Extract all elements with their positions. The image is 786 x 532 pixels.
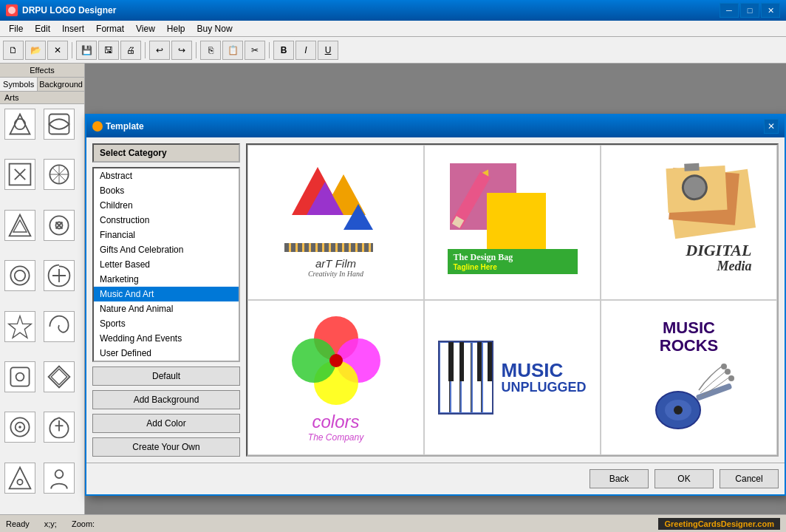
menu-edit[interactable]: Edit xyxy=(29,22,56,35)
menu-format[interactable]: Format xyxy=(90,22,130,35)
window-controls: ─ □ ✕ xyxy=(720,3,780,18)
symbol-10[interactable] xyxy=(44,311,75,342)
symbol-4[interactable] xyxy=(44,159,75,190)
template-design-bag[interactable]: The Design Bag Tagline Here xyxy=(424,145,601,300)
toolbar-print[interactable]: 🖨 xyxy=(120,41,141,60)
app-title: DRPU LOGO Designer xyxy=(22,5,116,16)
tab-symbols[interactable]: Symbols xyxy=(0,78,38,91)
toolbar-close[interactable]: ✕ xyxy=(47,41,68,60)
symbol-2[interactable] xyxy=(44,109,75,140)
toolbar-italic[interactable]: I xyxy=(295,41,316,60)
symbol-7[interactable] xyxy=(4,260,35,291)
category-sports[interactable]: Sports xyxy=(94,316,239,331)
panel-tabs: Symbols Background xyxy=(0,78,84,92)
tpl1-subtitle: Creativity In Hand xyxy=(308,270,363,278)
svg-marker-5 xyxy=(10,214,31,236)
cancel-button[interactable]: Cancel xyxy=(720,469,779,488)
toolbar-undo[interactable]: ↩ xyxy=(149,41,170,60)
tpl3-subtitle: Media xyxy=(686,259,751,274)
symbol-15[interactable] xyxy=(4,463,35,494)
svg-point-18 xyxy=(17,479,22,484)
category-music[interactable]: Music And Art xyxy=(94,287,239,301)
toolbar-cut[interactable]: ✂ xyxy=(245,41,265,60)
close-button[interactable]: ✕ xyxy=(761,3,780,18)
toolbar-save2[interactable]: 🖫 xyxy=(98,41,119,60)
symbol-3[interactable] xyxy=(4,159,35,190)
app-icon xyxy=(6,4,18,16)
toolbar-open[interactable]: 📂 xyxy=(25,41,46,60)
symbols-grid xyxy=(0,104,84,514)
minimize-button[interactable]: ─ xyxy=(720,3,739,18)
symbol-8[interactable] xyxy=(44,260,75,291)
category-marketing[interactable]: Marketing xyxy=(94,272,239,287)
svg-point-22 xyxy=(674,406,683,415)
dialog-title: Template xyxy=(106,121,144,132)
toolbar-underline[interactable]: U xyxy=(318,41,338,60)
effects-label: Effects xyxy=(0,64,84,78)
template-colors[interactable]: colors The Company xyxy=(247,300,424,455)
category-wedding[interactable]: Wedding And Events xyxy=(94,331,239,346)
toolbar-paste[interactable]: 📋 xyxy=(222,41,243,60)
category-financial[interactable]: Financial xyxy=(94,228,239,242)
ok-button[interactable]: OK xyxy=(655,469,714,488)
category-books[interactable]: Books xyxy=(94,183,239,198)
category-abstract[interactable]: Abstract xyxy=(94,168,239,183)
toolbar-bold[interactable]: B xyxy=(273,41,294,60)
category-gifts[interactable]: Gifts And Celebration xyxy=(94,242,239,257)
status-xy: x;y; xyxy=(44,519,57,528)
default-button[interactable]: Default xyxy=(92,366,240,386)
category-children[interactable]: Children xyxy=(94,198,239,213)
tab-background[interactable]: Background xyxy=(38,78,84,91)
category-letter[interactable]: Letter Based xyxy=(94,257,239,272)
guitar-icon xyxy=(641,355,737,436)
symbol-13[interactable] xyxy=(4,412,35,443)
category-user-defined[interactable]: User Defined xyxy=(94,346,239,361)
tpl2-name: The Design Bag xyxy=(454,252,572,263)
tpl4-subtitle: The Company xyxy=(308,432,363,443)
menu-view[interactable]: View xyxy=(130,22,161,35)
toolbar-copy[interactable]: ⎘ xyxy=(200,41,221,60)
back-button[interactable]: Back xyxy=(590,469,649,488)
svg-rect-12 xyxy=(10,367,29,386)
maximize-button[interactable]: □ xyxy=(740,3,759,18)
template-music-unplugged[interactable]: MUSIC UNPLUGGED xyxy=(424,300,601,455)
svg-marker-11 xyxy=(9,316,32,338)
category-list[interactable]: Abstract Books Children Construction Fin… xyxy=(92,167,240,362)
dialog-footer: Back OK Cancel xyxy=(86,463,785,494)
create-your-own-button[interactable]: Create Your Own xyxy=(92,437,240,457)
symbol-11[interactable] xyxy=(4,361,35,392)
symbol-6[interactable] xyxy=(44,210,75,241)
menu-file[interactable]: File xyxy=(3,22,29,35)
template-digital-media[interactable]: DIGITAL Media xyxy=(601,145,777,300)
category-construction[interactable]: Construction xyxy=(94,213,239,228)
menu-buynow[interactable]: Buy Now xyxy=(191,22,239,35)
template-music-rocks[interactable]: MUSICROCKS xyxy=(601,300,777,455)
dialog-close-button[interactable]: ✕ xyxy=(764,119,779,134)
svg-point-16 xyxy=(18,426,21,429)
toolbar: 🗋 📂 ✕ 💾 🖫 🖨 ↩ ↪ ⎘ 📋 ✂ B I U xyxy=(0,37,786,64)
add-background-button[interactable]: Add Background xyxy=(92,390,240,409)
tpl4-name: colors xyxy=(312,412,359,432)
dialog-left-panel: Select Category Abstract Books Children … xyxy=(92,143,240,457)
menu-insert[interactable]: Insert xyxy=(56,22,90,35)
add-color-button[interactable]: Add Color xyxy=(92,414,240,433)
toolbar-redo[interactable]: ↪ xyxy=(171,41,192,60)
dialog-icon xyxy=(92,121,103,132)
toolbar-new[interactable]: 🗋 xyxy=(3,41,24,60)
menu-help[interactable]: Help xyxy=(161,22,191,35)
toolbar-save1[interactable]: 💾 xyxy=(76,41,97,60)
symbol-16[interactable] xyxy=(44,463,75,494)
left-panel: Effects Symbols Background Arts xyxy=(0,64,85,514)
symbol-5[interactable] xyxy=(4,210,35,241)
symbol-9[interactable] xyxy=(4,311,35,342)
symbol-12[interactable] xyxy=(44,361,75,392)
category-nature[interactable]: Nature And Animal xyxy=(94,301,239,316)
svg-point-13 xyxy=(16,372,24,381)
tpl6-name: MUSICROCKS xyxy=(660,319,718,355)
svg-point-25 xyxy=(725,369,731,375)
template-art-film[interactable]: arT Film Creativity In Hand xyxy=(247,145,424,300)
symbol-14[interactable] xyxy=(44,412,75,443)
main-area: Effects Symbols Background Arts xyxy=(0,64,786,514)
dialog-overlay: Template ✕ Select Category Abstract Book… xyxy=(85,84,786,497)
symbol-1[interactable] xyxy=(4,109,35,140)
